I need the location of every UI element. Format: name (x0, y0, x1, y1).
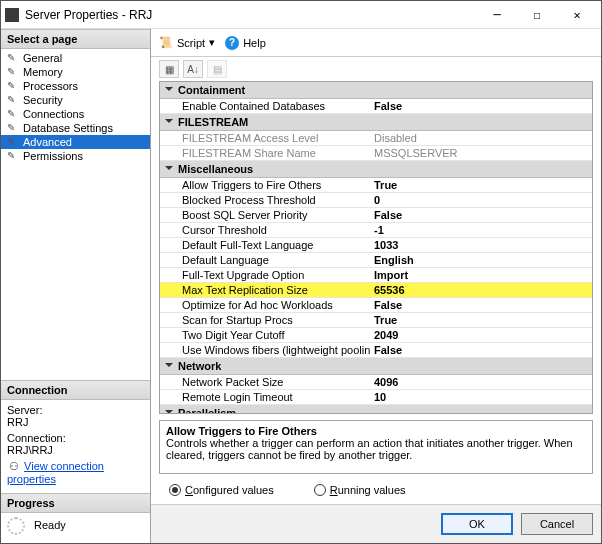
grid-value: MSSQLSERVER (370, 146, 592, 160)
alphabetical-view-button[interactable]: A↓ (183, 60, 203, 78)
grid-value: 10 (370, 390, 592, 404)
help-button[interactable]: ? Help (225, 36, 266, 50)
connection-icon: ⚇ (7, 460, 21, 473)
page-item-label: General (23, 52, 62, 64)
grid-row[interactable]: Enable Contained DatabasesFalse (160, 99, 592, 114)
script-icon: 📜 (159, 36, 173, 49)
grid-value: 2049 (370, 328, 592, 342)
grid-key: Optimize for Ad hoc Workloads (160, 298, 370, 312)
script-button[interactable]: 📜 Script ▾ (159, 36, 215, 49)
connection-header: Connection (1, 380, 150, 400)
connection-label: Connection: (7, 432, 144, 444)
view-connection-properties-row: ⚇ View connection properties (7, 460, 144, 485)
grid-value: False (370, 343, 592, 357)
page-item-label: Processors (23, 80, 78, 92)
page-item-general[interactable]: ✎General (1, 51, 150, 65)
running-label-rest: unning values (338, 484, 406, 496)
description-title: Allow Triggers to Fire Others (166, 425, 586, 437)
grid-category[interactable]: Parallelism (160, 405, 592, 414)
page-item-advanced[interactable]: ✎Advanced (1, 135, 150, 149)
grid-category[interactable]: Containment (160, 82, 592, 99)
server-properties-window: Server Properties - RRJ ─ ☐ ✕ Select a p… (0, 0, 602, 544)
configured-label-rest: onfigured values (193, 484, 274, 496)
grid-row[interactable]: FILESTREAM Share NameMSSQLSERVER (160, 146, 592, 161)
grid-category[interactable]: FILESTREAM (160, 114, 592, 131)
grid-row[interactable]: Use Windows fibers (lightweight pooling)… (160, 343, 592, 358)
grid-key: Boost SQL Server Priority (160, 208, 370, 222)
radio-dot-icon (314, 484, 326, 496)
property-grid-toolbar: ▦ A↓ ▤ (151, 57, 601, 81)
grid-key: Default Language (160, 253, 370, 267)
property-grid[interactable]: ContainmentEnable Contained DatabasesFal… (159, 81, 593, 414)
maximize-button[interactable]: ☐ (517, 2, 557, 28)
grid-key: Allow Triggers to Fire Others (160, 178, 370, 192)
grid-value: 65536 (370, 283, 592, 297)
page-item-security[interactable]: ✎Security (1, 93, 150, 107)
page-item-label: Connections (23, 108, 84, 120)
configured-values-radio[interactable]: Configured values (169, 484, 274, 496)
grid-value: -1 (370, 223, 592, 237)
grid-key: Scan for Startup Procs (160, 313, 370, 327)
grid-key: Use Windows fibers (lightweight pooling) (160, 343, 370, 357)
page-list: ✎General✎Memory✎Processors✎Security✎Conn… (1, 49, 150, 169)
page-icon: ✎ (7, 66, 19, 78)
categorized-view-button[interactable]: ▦ (159, 60, 179, 78)
view-connection-properties-link[interactable]: View connection properties (7, 460, 104, 485)
grid-category[interactable]: Miscellaneous (160, 161, 592, 178)
grid-row[interactable]: Two Digit Year Cutoff2049 (160, 328, 592, 343)
app-icon (5, 8, 19, 22)
progress-block: Ready (1, 513, 150, 543)
grid-value: 4096 (370, 375, 592, 389)
description-box: Allow Triggers to Fire Others Controls w… (159, 420, 593, 474)
page-item-permissions[interactable]: ✎Permissions (1, 149, 150, 163)
grid-row[interactable]: Blocked Process Threshold0 (160, 193, 592, 208)
grid-key: Two Digit Year Cutoff (160, 328, 370, 342)
page-item-processors[interactable]: ✎Processors (1, 79, 150, 93)
grid-value: English (370, 253, 592, 267)
description-text: Controls whether a trigger can perform a… (166, 437, 586, 461)
grid-row[interactable]: Boost SQL Server PriorityFalse (160, 208, 592, 223)
grid-key: Full-Text Upgrade Option (160, 268, 370, 282)
grid-row[interactable]: FILESTREAM Access LevelDisabled (160, 131, 592, 146)
grid-row[interactable]: Max Text Replication Size65536 (160, 283, 592, 298)
grid-category[interactable]: Network (160, 358, 592, 375)
connection-value: RRJ\RRJ (7, 444, 144, 456)
cancel-button[interactable]: Cancel (521, 513, 593, 535)
progress-header: Progress (1, 493, 150, 513)
left-panel: Select a page ✎General✎Memory✎Processors… (1, 29, 151, 543)
grid-row[interactable]: Scan for Startup ProcsTrue (160, 313, 592, 328)
grid-key: Cursor Threshold (160, 223, 370, 237)
page-item-memory[interactable]: ✎Memory (1, 65, 150, 79)
grid-row[interactable]: Full-Text Upgrade OptionImport (160, 268, 592, 283)
page-icon: ✎ (7, 150, 19, 162)
server-label: Server: (7, 404, 144, 416)
page-icon: ✎ (7, 108, 19, 120)
grid-value: True (370, 178, 592, 192)
ok-button[interactable]: OK (441, 513, 513, 535)
property-pages-button[interactable]: ▤ (207, 60, 227, 78)
grid-value: False (370, 298, 592, 312)
grid-row[interactable]: Allow Triggers to Fire OthersTrue (160, 178, 592, 193)
page-icon: ✎ (7, 80, 19, 92)
help-label: Help (243, 37, 266, 49)
grid-row[interactable]: Default Full-Text Language1033 (160, 238, 592, 253)
grid-row[interactable]: Remote Login Timeout10 (160, 390, 592, 405)
page-item-label: Security (23, 94, 63, 106)
page-item-label: Permissions (23, 150, 83, 162)
running-values-radio[interactable]: Running values (314, 484, 406, 496)
progress-status: Ready (34, 519, 66, 531)
grid-key: Network Packet Size (160, 375, 370, 389)
page-icon: ✎ (7, 52, 19, 64)
grid-row[interactable]: Cursor Threshold-1 (160, 223, 592, 238)
page-item-database-settings[interactable]: ✎Database Settings (1, 121, 150, 135)
grid-row[interactable]: Default LanguageEnglish (160, 253, 592, 268)
grid-key: Blocked Process Threshold (160, 193, 370, 207)
grid-value: False (370, 99, 592, 113)
grid-value: True (370, 313, 592, 327)
close-button[interactable]: ✕ (557, 2, 597, 28)
grid-row[interactable]: Network Packet Size4096 (160, 375, 592, 390)
grid-row[interactable]: Optimize for Ad hoc WorkloadsFalse (160, 298, 592, 313)
grid-value: False (370, 208, 592, 222)
minimize-button[interactable]: ─ (477, 2, 517, 28)
page-item-connections[interactable]: ✎Connections (1, 107, 150, 121)
